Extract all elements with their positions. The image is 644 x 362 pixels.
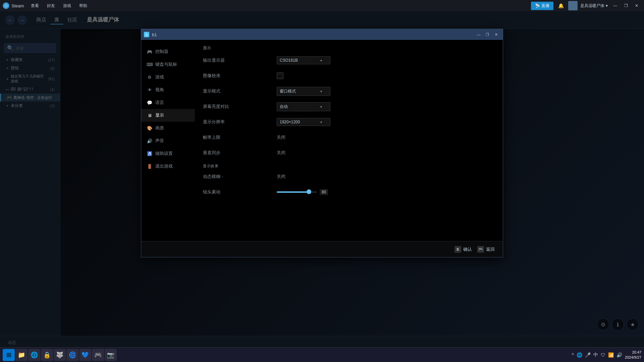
settings-row-vsync: 垂直同步 关闭 xyxy=(203,147,495,158)
settings-row-calibration: 图像校准 ↩ xyxy=(203,70,495,81)
taskbar-network-icon[interactable]: 🌐 xyxy=(577,352,582,358)
settings-nav-sound-label: 声音 xyxy=(155,138,164,144)
settings-row-monitor: 输出显示器 CSO161B ▾ xyxy=(203,55,495,66)
label-vsync: 垂直同步 xyxy=(203,150,277,156)
settings-nav-controller[interactable]: 🎮 控制器 xyxy=(141,45,195,58)
dialog-content: 🎮 控制器 ⌨ 键盘与鼠标 ⚙ 游戏 👁 视角 💬 语言 xyxy=(141,40,503,241)
value-calibration: ↩ xyxy=(277,72,283,79)
value-display-mode: 窗口模式 ▾ xyxy=(277,87,330,96)
dropdown-resolution[interactable]: 1920×1200 ▾ xyxy=(277,118,330,126)
notification-icon[interactable]: 🔔 xyxy=(556,1,566,10)
language-icon: 💬 xyxy=(147,100,153,106)
taskbar-edge[interactable]: 🌐 xyxy=(28,349,40,361)
close-btn[interactable]: ✕ xyxy=(632,1,641,10)
value-brightness: 自动 ▾ xyxy=(277,102,330,111)
settings-nav-camera[interactable]: 👁 视角 xyxy=(141,83,195,96)
settings-nav-display[interactable]: 🖥 显示 xyxy=(141,109,195,122)
taskbar-game[interactable]: 📷 xyxy=(105,349,117,361)
settings-section-title: 显示 xyxy=(203,45,495,51)
menu-item-games[interactable]: 游戏 xyxy=(62,3,72,9)
dropdown-resolution-value: 1920×1200 xyxy=(280,120,300,124)
taskbar-antivirus[interactable]: 🔒 xyxy=(41,349,53,361)
dialog-minimize-btn[interactable]: — xyxy=(475,31,483,38)
checkbox-calibration-check: ↩ xyxy=(278,73,282,79)
label-resolution: 显示分辨率 xyxy=(203,119,277,125)
taskbar: ⊞ 📁 🌐 🔒 🐺 🌀 💙 🎮 📷 ^ 🌐 🎤 中 🛡 📶 🔊 20:47 20… xyxy=(0,347,644,362)
label-calibration: 图像校准 xyxy=(203,73,277,79)
settings-row-sharpness: 锐头素动 80 xyxy=(203,187,495,197)
checkbox-calibration[interactable]: ↩ xyxy=(277,72,283,79)
menu-item-help[interactable]: 帮助 xyxy=(78,3,89,9)
dropdown-monitor-value: CSO161B xyxy=(280,58,298,63)
sound-icon: 🔊 xyxy=(147,138,153,144)
start-button[interactable]: ⊞ xyxy=(3,349,15,361)
menu-item-friends[interactable]: 好友 xyxy=(46,3,56,9)
settings-nav-quit-label: 退出游戏 xyxy=(155,163,173,169)
maximize-btn[interactable]: ❐ xyxy=(621,1,631,10)
settings-nav-camera-label: 视角 xyxy=(155,87,164,93)
top-menu-bar: Steam 查看 好友 游戏 帮助 📡 直播 🔔 是具温暖尸体 ▾ — ❐ ✕ xyxy=(0,0,644,11)
user-name-btn[interactable]: 是具温暖尸体 ▾ xyxy=(580,3,608,9)
settings-nav-quality-label: 画质 xyxy=(155,125,164,131)
user-avatar[interactable] xyxy=(568,1,578,10)
user-name-label: 是具温暖尸体 xyxy=(580,3,604,9)
settings-row-motionblur: 动态模糊 - 关闭 xyxy=(203,171,495,182)
dropdown-brightness-arrow: ▾ xyxy=(320,105,322,109)
taskbar-app6[interactable]: 💙 xyxy=(79,349,91,361)
settings-row-resolution: 显示分辨率 1920×1200 ▾ xyxy=(203,117,495,127)
label-sharpness: 锐头素动 xyxy=(203,189,277,195)
taskbar-app5[interactable]: 🌀 xyxy=(66,349,78,361)
accessibility-icon: ♿ xyxy=(147,150,153,157)
steam-logo[interactable]: Steam xyxy=(3,2,24,9)
confirm-label: 确认 xyxy=(463,246,472,252)
settings-nav-accessibility[interactable]: ♿ 辅助设置 xyxy=(141,147,195,160)
settings-nav-quality[interactable]: 🎨 画质 xyxy=(141,122,195,134)
settings-nav-language-label: 语言 xyxy=(155,100,164,106)
win-controls: — ❐ ✕ xyxy=(610,1,641,10)
taskbar-wolf[interactable]: 🐺 xyxy=(54,349,66,361)
settings-nav-quit[interactable]: 🚪 退出游戏 xyxy=(141,160,195,173)
dialog-icon: b xyxy=(144,32,149,37)
framerate-text: 关闭 xyxy=(277,134,285,140)
value-framerate: 关闭 xyxy=(277,134,285,140)
dropdown-brightness[interactable]: 自动 ▾ xyxy=(277,102,330,111)
menu-item-view[interactable]: 查看 xyxy=(30,3,40,9)
taskbar-steam[interactable]: 🎮 xyxy=(92,349,104,361)
taskbar-wifi-icon[interactable]: 📶 xyxy=(608,352,614,358)
back-btn[interactable]: 🎮 返回 xyxy=(477,246,495,253)
taskbar-mic-icon[interactable]: 🎤 xyxy=(585,352,591,358)
value-motionblur: 关闭 xyxy=(277,174,285,180)
motionblur-text: 关闭 xyxy=(277,174,285,180)
settings-nav-language[interactable]: 💬 语言 xyxy=(141,96,195,109)
dialog-close-btn[interactable]: ✕ xyxy=(492,31,500,38)
dialog-maximize-btn[interactable]: ❐ xyxy=(483,31,491,38)
sharpness-slider-handle[interactable] xyxy=(307,189,311,194)
taskbar-shield-icon[interactable]: 🛡 xyxy=(601,352,605,358)
dropdown-display-mode[interactable]: 窗口模式 ▾ xyxy=(277,87,330,96)
dropdown-monitor[interactable]: CSO161B ▾ xyxy=(277,56,330,64)
dialog-titlebar: b b1 — ❐ ✕ xyxy=(141,29,503,40)
taskbar-explorer[interactable]: 📁 xyxy=(15,349,28,361)
settings-content: 显示 输出显示器 CSO161B ▾ 图像校准 xyxy=(195,40,503,241)
broadcast-button[interactable]: 📡 直播 xyxy=(531,2,553,10)
dialog-win-controls: — ❐ ✕ xyxy=(475,31,500,38)
value-vsync: 关闭 xyxy=(277,150,285,156)
settings-nav-sound[interactable]: 🔊 声音 xyxy=(141,134,195,147)
label-brightness: 屏幕亮度对比 xyxy=(203,104,277,110)
keyboard-icon: ⌨ xyxy=(147,61,153,67)
settings-nav-keyboard[interactable]: ⌨ 键盘与鼠标 xyxy=(141,58,195,71)
sharpness-slider[interactable] xyxy=(277,191,317,193)
taskbar-volume-icon[interactable]: 🔊 xyxy=(616,352,622,358)
taskbar-date: 2024/9/27 xyxy=(625,355,641,360)
value-monitor: CSO161B ▾ xyxy=(277,56,330,64)
confirm-btn[interactable]: B 确认 xyxy=(454,246,472,253)
settings-subsection-effects: 显示效果 xyxy=(203,164,495,169)
taskbar-chevron-icon[interactable]: ^ xyxy=(572,352,574,358)
dropdown-brightness-value: 自动 xyxy=(280,104,288,110)
minimize-btn[interactable]: — xyxy=(610,1,620,10)
game-icon: ⚙ xyxy=(147,74,153,80)
taskbar-lang-icon[interactable]: 中 xyxy=(593,352,598,358)
dialog-overlay: b b1 — ❐ ✕ 🎮 控制器 ⌨ 键盘与鼠标 ⚙ xyxy=(0,11,644,362)
label-monitor: 输出显示器 xyxy=(203,57,277,63)
settings-nav-game[interactable]: ⚙ 游戏 xyxy=(141,71,195,83)
